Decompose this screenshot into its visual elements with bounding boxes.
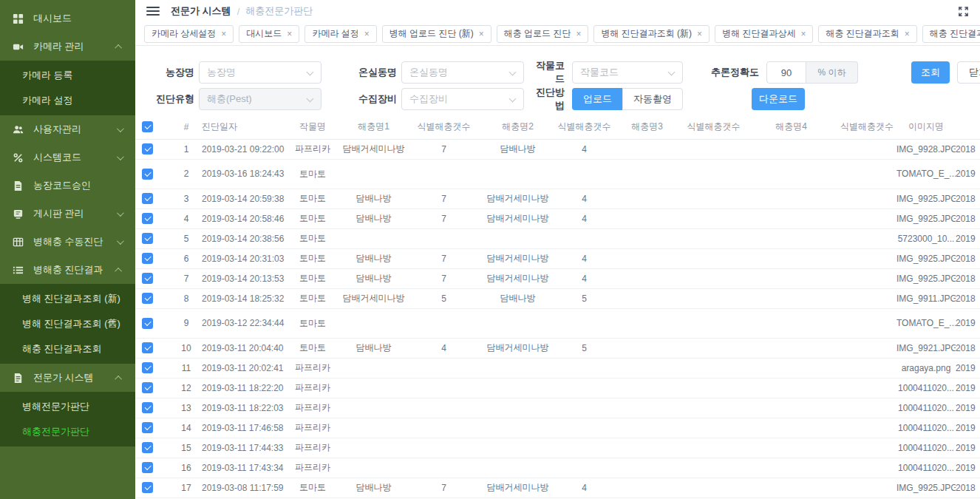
row-checkbox[interactable] <box>142 169 153 180</box>
row-checkbox[interactable] <box>142 422 153 433</box>
sidebar-item-0[interactable]: 대시보드 <box>0 4 135 33</box>
main-area: 전문가 시스템 / 해충전문가판단 카메라 상세설정×대시보드×카메라 설정×병… <box>135 0 980 499</box>
sidebar-item-1[interactable]: 카메라 관리 <box>0 33 135 61</box>
close-tab-icon[interactable]: × <box>905 30 910 38</box>
accuracy-input[interactable] <box>766 61 806 84</box>
sidebar-item-6[interactable]: 병해충 수동진단 <box>0 228 135 256</box>
close-tab-icon[interactable]: × <box>221 30 226 38</box>
accuracy-label: 추론정확도 <box>709 66 759 79</box>
tab-6[interactable]: 병해 진단결과상세× <box>715 25 813 43</box>
board-icon <box>12 208 24 220</box>
table-row[interactable]: 82019-03-14 18:25:32토마토 담배거세미나방5담배나방5 IM… <box>135 288 980 308</box>
select-all-checkbox[interactable] <box>142 121 153 132</box>
diagnosis-type-select[interactable]: 해충(Pest) <box>199 88 321 110</box>
sidebar-item-7[interactable]: 병해충 진단결과 <box>0 256 135 284</box>
sidebar-subitem-1-0[interactable]: 카메라 등록 <box>0 63 135 88</box>
close-tab-icon[interactable]: × <box>364 30 370 38</box>
sidebar-subitem-8-0[interactable]: 병해전문가판단 <box>0 394 135 419</box>
row-checkbox[interactable] <box>142 342 153 353</box>
sidebar-item-2[interactable]: 사용자관리 <box>0 115 135 143</box>
download-button[interactable]: 다운로드 <box>752 88 805 110</box>
table-row[interactable]: 102019-03-11 20:04:40토마토 담배나방4담배거세미나방5 I… <box>135 338 980 358</box>
tab-2[interactable]: 카메라 설정× <box>304 25 376 43</box>
table-row[interactable]: 92019-03-12 22:34:44토마토 TOMATO_E_...2019 <box>135 308 980 338</box>
sidebar-item-4[interactable]: 농장코드승인 <box>0 172 135 200</box>
breadcrumb-current: 해충전문가판단 <box>245 4 313 18</box>
table-row[interactable]: 142019-03-11 17:46:58파프리카 1000411020...2… <box>135 418 980 438</box>
row-checkbox[interactable] <box>142 362 153 373</box>
row-checkbox[interactable] <box>142 213 153 224</box>
table-row[interactable]: 172019-03-08 11:17:59토마토 담배나방7담배거세미나방4 I… <box>135 478 980 498</box>
row-checkbox[interactable] <box>142 143 153 155</box>
row-checkbox[interactable] <box>142 273 153 284</box>
table-row[interactable]: 152019-03-11 17:44:33파프리카 1000411020...2… <box>135 438 980 458</box>
crop-code-select[interactable]: 작물코드 <box>572 61 683 84</box>
crop-code-label: 작물코드 <box>528 59 565 86</box>
tab-5[interactable]: 병해 진단결과조회 (新)× <box>593 25 710 43</box>
device-select[interactable]: 수집장비 <box>401 88 524 110</box>
table-row[interactable]: 112019-03-11 20:02:41파프리카 aragaya.png201… <box>135 358 980 378</box>
table-row[interactable]: 22019-03-16 18:24:43토마토 TOMATO_E_...2019 <box>135 159 980 189</box>
tab-0[interactable]: 카메라 상세설정× <box>144 25 234 43</box>
table-row[interactable]: 122019-03-11 18:22:20파프리카 1000411020...2… <box>135 378 980 398</box>
search-button[interactable]: 조회 <box>911 61 950 84</box>
row-checkbox[interactable] <box>142 482 153 493</box>
close-tab-icon[interactable]: × <box>576 30 581 38</box>
menu-toggle-icon[interactable] <box>146 4 160 18</box>
tab-strip: 카메라 상세설정×대시보드×카메라 설정×병해 업로드 진단 (新)×해충 업로… <box>135 22 980 46</box>
sidebar-subitem-7-2[interactable]: 해충 진단결과조회 <box>0 336 135 361</box>
greenhouse-select[interactable]: 온실동명 <box>401 61 524 84</box>
tab-7[interactable]: 해충 진단결과조회× <box>818 25 916 43</box>
table-row[interactable]: 62019-03-14 20:31:03토마토 담배나방7담배거세미나방4 IM… <box>135 248 980 268</box>
tab-3[interactable]: 병해 업로드 진단 (新)× <box>382 25 491 43</box>
fullscreen-icon[interactable] <box>958 6 969 17</box>
table-row[interactable]: 12019-03-21 09:22:00파프리카 담배거세미나방7담배나방4 I… <box>135 139 980 159</box>
row-checkbox[interactable] <box>142 442 153 453</box>
close-tab-icon[interactable]: × <box>287 30 292 38</box>
row-checkbox[interactable] <box>142 318 153 329</box>
sidebar-subitem-7-0[interactable]: 병해 진단결과조회 (新) <box>0 286 135 311</box>
table-row[interactable]: 72019-03-14 20:13:53토마토 담배나방7담배거세미나방4 IM… <box>135 268 980 288</box>
close-tab-icon[interactable]: × <box>697 30 702 38</box>
sidebar-subitem-8-1[interactable]: 해충전문가판단 <box>0 419 135 444</box>
table-row[interactable]: 162019-03-11 17:43:34파프리카 1000411020...2… <box>135 458 980 478</box>
column-header-11: 이미지명 <box>896 115 956 139</box>
sidebar-subitem-1-1[interactable]: 카메라 설정 <box>0 88 135 113</box>
method-upload-button[interactable]: 업로드 <box>572 88 622 110</box>
column-header-2: 작물명 <box>287 115 338 139</box>
row-checkbox[interactable] <box>142 382 153 393</box>
close-button[interactable]: 닫기 <box>957 61 980 84</box>
row-checkbox[interactable] <box>142 253 153 264</box>
sidebar-item-8[interactable]: 전문가 시스템 <box>0 364 135 392</box>
row-checkbox[interactable] <box>142 293 153 304</box>
chevron-down-icon <box>668 69 676 76</box>
tab-8[interactable]: 해충 진단결과상세× <box>922 25 980 43</box>
sidebar-subitem-7-1[interactable]: 병해 진단결과조회 (舊) <box>0 311 135 336</box>
method-auto-button[interactable]: 자동촬영 <box>622 88 683 110</box>
column-header-7: 해충명3 <box>612 115 682 139</box>
filter-row-1: 농장명 농장명 온실동명 온실동명 작물코드 작물코드 추론정확도 <box>135 59 980 86</box>
method-toggle: 업로드 자동촬영 <box>572 88 683 110</box>
table-row[interactable]: 32019-03-14 20:59:38토마토 담배나방7담배거세미나방4 IM… <box>135 189 980 208</box>
sidebar-item-5[interactable]: 게시판 관리 <box>0 200 135 228</box>
table-row[interactable]: 132019-03-11 18:22:03파프리카 1000411020...2… <box>135 398 980 418</box>
table-row[interactable]: 52019-03-14 20:38:56토마토 5723000_10...201… <box>135 228 980 248</box>
device-label: 수집장비 <box>341 92 397 106</box>
farm-select[interactable]: 농장명 <box>199 61 321 84</box>
row-checkbox[interactable] <box>142 462 153 473</box>
manual-diagnosis-icon <box>12 236 24 248</box>
column-header-5: 해충명2 <box>479 115 557 139</box>
chevron-down-icon <box>307 69 314 76</box>
row-checkbox[interactable] <box>142 193 153 204</box>
row-checkbox[interactable] <box>142 233 153 244</box>
close-tab-icon[interactable]: × <box>479 30 484 38</box>
accuracy-suffix: % 이하 <box>806 61 858 84</box>
table-row[interactable]: 42019-03-14 20:58:46토마토 담배나방7담배거세미나방4 IM… <box>135 208 980 228</box>
sidebar-item-3[interactable]: 시스템코드 <box>0 143 135 172</box>
row-checkbox[interactable] <box>142 402 153 413</box>
camera-icon <box>12 41 24 52</box>
close-tab-icon[interactable]: × <box>800 30 806 38</box>
expert-system-icon <box>12 372 24 384</box>
tab-4[interactable]: 해충 업로드 진단× <box>497 25 589 43</box>
tab-1[interactable]: 대시보드× <box>239 25 299 43</box>
